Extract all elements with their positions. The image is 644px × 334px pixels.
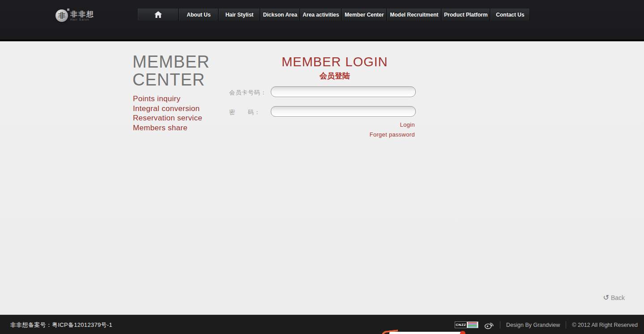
password-row: 密 码： bbox=[228, 106, 416, 117]
nav-item-member-center[interactable]: Member Center bbox=[342, 9, 387, 21]
weibo-icon[interactable] bbox=[484, 321, 494, 329]
logo[interactable]: 非 非非想 Hair Salon bbox=[55, 8, 94, 23]
home-icon bbox=[154, 11, 162, 18]
card-number-input[interactable] bbox=[271, 86, 416, 97]
main-nav: About Us Hair Stylist Dickson Area Area … bbox=[138, 9, 530, 21]
nav-item-model-recruitment[interactable]: Model Recruitment bbox=[387, 9, 441, 21]
link-members-share[interactable]: Members share bbox=[133, 123, 202, 133]
footer-separator bbox=[500, 321, 500, 329]
header: 非 非非想 Hair Salon About Us Hair Stylist D… bbox=[0, 0, 644, 39]
logo-tagline: Hair Salon bbox=[70, 18, 94, 21]
cnzz-label: CNZZ bbox=[455, 322, 467, 328]
header-divider bbox=[0, 39, 644, 42]
link-points-inquiry[interactable]: Points inquiry bbox=[133, 94, 202, 104]
login-actions: Login Forget password bbox=[370, 120, 415, 140]
main-content: MEMBER CENTER Points inquiry Integral co… bbox=[0, 42, 644, 315]
logo-dot bbox=[67, 9, 69, 11]
partial-widget-white-bar bbox=[389, 332, 465, 334]
card-number-row: 会员卡号码： bbox=[228, 86, 416, 97]
feifeixiang-logo-icon: 非 bbox=[55, 9, 68, 22]
nav-item-hair-stylist[interactable]: Hair Stylist bbox=[219, 9, 260, 21]
page: 非 非非想 Hair Salon About Us Hair Stylist D… bbox=[0, 0, 644, 334]
nav-home-button[interactable] bbox=[138, 9, 179, 21]
password-label: 密 码： bbox=[229, 108, 260, 116]
logo-name: 非非想 bbox=[70, 10, 94, 18]
nav-item-area-activities[interactable]: Area activities bbox=[300, 9, 341, 21]
member-center-title-line1: MEMBER bbox=[132, 53, 210, 71]
card-number-label: 会员卡号码： bbox=[229, 89, 267, 97]
member-center-title-line2: CENTER bbox=[132, 71, 210, 89]
partial-widget-orange-dot bbox=[460, 331, 465, 334]
member-center-title: MEMBER CENTER bbox=[132, 53, 210, 89]
cnzz-stripes bbox=[467, 322, 478, 328]
password-input[interactable] bbox=[271, 106, 416, 117]
logo-text: 非非想 Hair Salon bbox=[70, 10, 94, 21]
nav-item-about-us[interactable]: About Us bbox=[179, 9, 218, 21]
login-subtitle: 会员登陆 bbox=[320, 71, 350, 81]
logo-icon-char: 非 bbox=[58, 12, 65, 19]
partial-bottom-widget bbox=[381, 329, 471, 334]
login-button[interactable]: Login bbox=[370, 120, 415, 130]
nav-item-dickson-area[interactable]: Dickson Area bbox=[260, 9, 300, 21]
cnzz-badge[interactable]: CNZZ bbox=[455, 321, 478, 328]
login-title: MEMBER LOGIN bbox=[281, 55, 388, 69]
footer-separator bbox=[566, 321, 566, 329]
back-label: Back bbox=[611, 294, 625, 301]
link-integral-conversion[interactable]: Integral conversion bbox=[133, 104, 202, 114]
forget-password-link[interactable]: Forget password bbox=[370, 130, 415, 140]
back-button[interactable]: ↺ Back bbox=[603, 294, 625, 301]
partial-bottom-widget-clip bbox=[0, 329, 644, 334]
member-center-menu: Points inquiry Integral conversion Reser… bbox=[133, 94, 202, 133]
copyright-text: © 2012 All Right Reserved bbox=[572, 322, 638, 328]
icp-record-text: 非非想备案号：粤ICP备12012379号-1 bbox=[10, 321, 112, 329]
link-reservation-service[interactable]: Reservation service bbox=[133, 113, 202, 123]
back-rotate-icon: ↺ bbox=[603, 294, 609, 301]
design-credit: Design By Grandview bbox=[506, 322, 560, 328]
nav-item-product-platform[interactable]: Product Platform bbox=[442, 9, 490, 21]
nav-item-contact-us[interactable]: Contact Us bbox=[490, 9, 530, 21]
